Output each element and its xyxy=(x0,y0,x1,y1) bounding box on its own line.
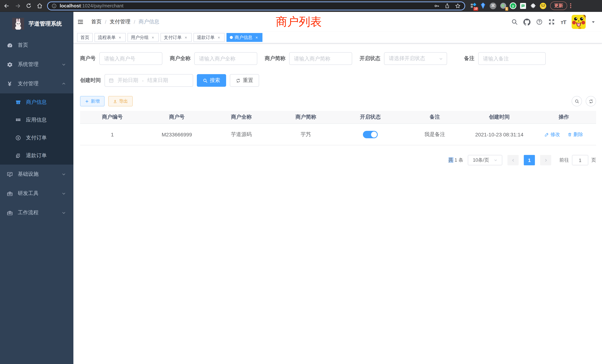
export-button[interactable]: 导出 xyxy=(108,96,133,106)
sidebar-item-workflow[interactable]: 工作流程 xyxy=(0,203,73,222)
cell-created: 2021-10-23 08:31:14 xyxy=(467,124,532,145)
back-icon[interactable] xyxy=(4,3,10,9)
tab-home[interactable]: 首页 xyxy=(77,33,93,42)
chevron-down-icon xyxy=(62,191,66,196)
table-row: 1 M233666999 芋道源码 芋艿 我是备注 2021-10-23 08:… xyxy=(80,124,596,145)
fullscreen-icon[interactable] xyxy=(548,19,555,25)
extension-gem-icon[interactable] xyxy=(480,2,486,9)
remark-input[interactable] xyxy=(478,52,546,65)
extension-v-icon[interactable]: y xyxy=(510,2,516,9)
page-size-select[interactable]: 10条/页 xyxy=(468,155,502,165)
close-icon[interactable]: × xyxy=(118,35,122,40)
cell-short-name: 芋艿 xyxy=(274,124,338,145)
sidebar-item-label: 研发工具 xyxy=(18,190,39,197)
sidebar-item-label: 系统管理 xyxy=(18,61,39,68)
url-text[interactable]: localhost:1024/pay/merchant xyxy=(60,3,123,9)
search-icon xyxy=(203,78,208,83)
annotation-merchant-list: 商户列表 xyxy=(276,14,322,30)
status-select[interactable]: 请选择开启状态 xyxy=(384,52,447,65)
extension-status-icon[interactable]: 1 xyxy=(500,2,506,9)
merchant-no-input[interactable] xyxy=(99,52,162,65)
reset-button[interactable]: 重置 xyxy=(230,74,259,87)
delete-link[interactable]: 删除 xyxy=(568,131,583,138)
status-label: 开启状态 xyxy=(360,55,380,62)
show-search-button[interactable] xyxy=(572,96,582,106)
sidebar-item-label: 工作流程 xyxy=(18,209,39,216)
full-name-input[interactable] xyxy=(194,52,257,65)
extension-badge: 10 xyxy=(473,7,478,11)
status-toggle[interactable] xyxy=(363,131,378,138)
edit-link[interactable]: 修改 xyxy=(545,131,560,138)
col-merchant-id: 商户编号 xyxy=(80,111,145,124)
user-avatar[interactable] xyxy=(572,15,586,29)
sidebar-item-merchant-info[interactable]: 商户信息 xyxy=(0,93,73,111)
share-icon[interactable] xyxy=(444,3,450,9)
site-info-icon[interactable] xyxy=(52,3,57,8)
extension-apps-icon[interactable]: 10 xyxy=(470,2,476,9)
close-icon[interactable]: × xyxy=(254,35,259,40)
refresh-table-button[interactable] xyxy=(586,96,596,106)
help-icon[interactable] xyxy=(536,19,543,25)
browser-menu-icon[interactable] xyxy=(570,3,571,8)
toolbox-icon xyxy=(6,210,13,216)
sidebar-item-home[interactable]: 首页 xyxy=(0,36,73,55)
emoji-extension-icon[interactable] xyxy=(540,2,546,9)
font-size-icon[interactable]: ᴛT xyxy=(561,19,566,25)
date-range-picker[interactable]: 开始日期 - 结束日期 xyxy=(105,74,193,87)
gear-icon xyxy=(6,61,13,68)
chevron-down-icon xyxy=(62,211,66,215)
sidebar-item-app-info[interactable]: 应用信息 xyxy=(0,111,73,129)
sidebar-logo[interactable]: 芋道管理系统 xyxy=(0,12,73,36)
svg-text:y: y xyxy=(512,4,514,8)
tab-merchant-info[interactable]: 商户信息× xyxy=(226,33,262,42)
password-key-icon[interactable] xyxy=(434,3,440,9)
browser-update-button[interactable]: 更新 xyxy=(550,1,567,10)
page-number-button[interactable]: 1 xyxy=(524,155,535,165)
add-button[interactable]: 新增 xyxy=(80,96,105,106)
col-status: 开启状态 xyxy=(338,111,403,124)
search-button[interactable]: 搜索 xyxy=(197,74,226,87)
bookmark-star-icon[interactable] xyxy=(455,3,461,9)
search-icon[interactable] xyxy=(511,19,518,25)
close-icon[interactable]: × xyxy=(183,35,188,40)
cell-remark: 我是备注 xyxy=(403,124,467,145)
url-bar[interactable]: localhost:1024/pay/merchant xyxy=(47,1,465,10)
close-icon[interactable]: × xyxy=(150,35,155,40)
short-name-input[interactable] xyxy=(289,52,352,65)
forward-icon[interactable] xyxy=(15,3,21,9)
caret-down-icon[interactable] xyxy=(591,20,595,24)
sidebar-item-pay-order[interactable]: 支付订单 xyxy=(0,129,73,147)
github-icon[interactable] xyxy=(524,18,531,25)
goto-page-input[interactable] xyxy=(572,155,588,165)
extension-cmd-icon[interactable]: ⌘ xyxy=(490,2,496,9)
app-title: 芋道管理系统 xyxy=(29,20,62,27)
sidebar-item-infra[interactable]: 基础设施 xyxy=(0,165,73,184)
breadcrumb-separator: / xyxy=(105,19,106,25)
sidebar-item-system[interactable]: 系统管理 xyxy=(0,55,73,74)
tab-process-form[interactable]: 流程表单× xyxy=(95,33,126,42)
reload-icon[interactable] xyxy=(26,3,32,9)
browser-toolbar: localhost:1024/pay/merchant 10 ⌘ 1 y 更 xyxy=(0,0,602,12)
sidebar-item-refund-order[interactable]: 退款订单 xyxy=(0,147,73,165)
breadcrumb-home[interactable]: 首页 xyxy=(91,19,102,25)
home-icon[interactable] xyxy=(37,3,43,9)
sidebar-collapse-icon[interactable] xyxy=(77,19,84,25)
breadcrumb-pay[interactable]: 支付管理 xyxy=(110,19,130,25)
tab-user-group[interactable]: 用户分组× xyxy=(128,33,159,42)
sidebar: 芋道管理系统 首页 系统管理 ¥ 支付管理 商户信息 xyxy=(0,12,73,364)
chevron-down-icon xyxy=(62,62,66,67)
extension-chat-icon[interactable] xyxy=(520,2,526,9)
prev-page-button[interactable] xyxy=(507,155,519,165)
short-name-label: 商户简称 xyxy=(265,55,285,62)
refresh-icon xyxy=(236,78,241,83)
url-host: localhost xyxy=(60,3,81,9)
breadcrumb-separator: / xyxy=(134,19,135,25)
tab-refund-order[interactable]: 退款订单× xyxy=(194,33,225,42)
close-icon[interactable]: × xyxy=(216,35,221,40)
next-page-button[interactable] xyxy=(540,155,551,165)
sidebar-item-pay[interactable]: ¥ 支付管理 xyxy=(0,74,73,93)
sidebar-item-devtools[interactable]: 研发工具 xyxy=(0,184,73,203)
extensions-puzzle-icon[interactable] xyxy=(530,2,536,9)
tab-pay-order[interactable]: 支付订单× xyxy=(161,33,192,42)
chevron-up-icon xyxy=(62,82,66,86)
